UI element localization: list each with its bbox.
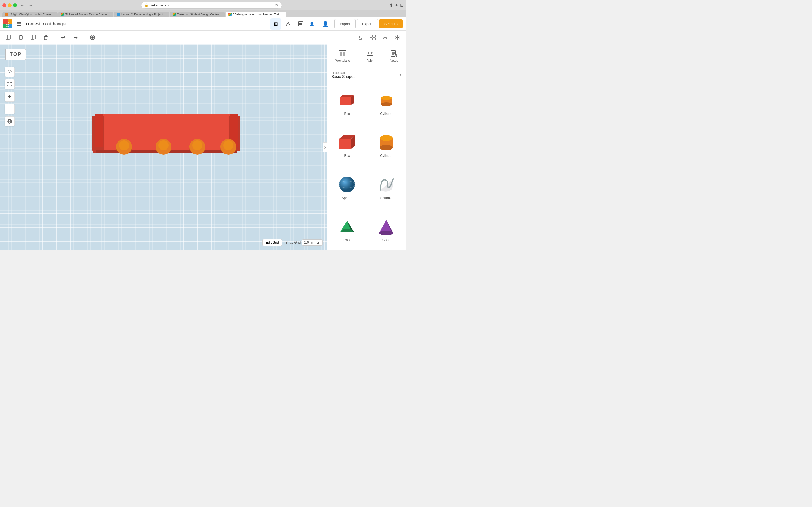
svg-rect-15 — [33, 35, 36, 39]
profile-button[interactable]: 👤 — [320, 18, 331, 30]
view-label: TOP — [5, 49, 26, 60]
svg-rect-78 — [340, 138, 351, 149]
home-view-button[interactable] — [4, 67, 15, 77]
mirror-button[interactable] — [393, 33, 403, 43]
component-button[interactable] — [295, 18, 306, 30]
notes-icon-btn[interactable]: Notes — [386, 48, 403, 64]
svg-point-84 — [339, 177, 355, 192]
snap-value[interactable]: 1.0 mm ▲ — [302, 239, 322, 245]
svg-point-83 — [380, 145, 393, 151]
project-title: contest: coat hanger — [26, 21, 267, 26]
ruler-icon-btn[interactable]: Ruler — [361, 48, 378, 64]
tab-label-1: (S1)(In-Class)(Instruables Contest - Tin… — [10, 13, 55, 16]
coat-hanger-svg — [68, 108, 259, 170]
svg-text:KER: KER — [6, 23, 10, 25]
cylinder-small-svg — [378, 95, 395, 106]
sidebar-button[interactable]: ⊡ — [400, 3, 404, 8]
shape-sphere[interactable]: Sphere — [327, 166, 367, 209]
right-panel: Workplane Ruler — [327, 44, 406, 250]
panel-dropdown[interactable]: Tinkercad Basic Shapes ▼ — [327, 68, 406, 82]
duplicate-button[interactable] — [28, 33, 38, 43]
sendto-button[interactable]: Send To — [379, 19, 403, 28]
ungroup-button[interactable] — [368, 33, 378, 43]
tab-3[interactable]: Lesson 2: Documenting a Project : 7 Ste.… — [114, 11, 169, 17]
minimize-button[interactable] — [8, 3, 11, 7]
tinkercad-logo[interactable]: TIN KER CAD — [3, 19, 12, 29]
perspective-button[interactable] — [4, 116, 15, 126]
redo-button[interactable]: ↪ — [70, 33, 80, 43]
shape-tool-icon — [285, 21, 291, 27]
edit-grid-button[interactable]: Edit Grid — [262, 239, 282, 246]
close-button[interactable] — [2, 3, 6, 7]
delete-button[interactable] — [41, 33, 51, 43]
svg-rect-18 — [45, 36, 47, 36]
svg-point-53 — [192, 140, 202, 151]
svg-marker-74 — [351, 95, 354, 105]
snap-value-text: 1.0 mm — [304, 240, 315, 244]
main-area: TOP + − — [0, 44, 406, 250]
toolbar: ↩ ↪ — [0, 31, 406, 44]
forward-button[interactable]: → — [28, 3, 34, 8]
svg-rect-13 — [20, 35, 22, 36]
cylinder-small-label: Cylinder — [380, 112, 393, 116]
panel-icons: Workplane Ruler — [327, 44, 406, 68]
copy-button[interactable] — [3, 33, 13, 43]
align-button[interactable] — [380, 33, 390, 43]
browser-tabs: (S1)(In-Class)(Instruables Contest - Tin… — [0, 10, 406, 17]
component-icon — [297, 21, 304, 27]
fit-view-button[interactable] — [4, 79, 15, 89]
ruler-label: Ruler — [366, 59, 373, 62]
svg-rect-26 — [373, 35, 375, 37]
shape-scribble[interactable]: Scribble — [367, 166, 406, 209]
canvas-area[interactable]: TOP + − — [0, 44, 327, 250]
cone-visual — [376, 217, 396, 236]
workplane-icon-btn[interactable]: Workplane — [331, 48, 354, 64]
zoom-in-button[interactable]: + — [4, 92, 15, 102]
address-bar[interactable]: 🔒 tinkercad.com ↻ — [141, 2, 282, 9]
coat-hanger-object[interactable] — [68, 108, 259, 170]
svg-rect-41 — [95, 114, 103, 147]
paste-button[interactable] — [16, 33, 26, 43]
target-button[interactable] — [87, 33, 98, 43]
share-button[interactable]: ⬆ — [389, 3, 393, 8]
maximize-button[interactable] — [13, 3, 17, 7]
panel-toggle[interactable]: ❯ — [322, 142, 327, 152]
refresh-icon[interactable]: ↻ — [275, 3, 278, 7]
import-button[interactable]: Import — [335, 19, 356, 29]
back-button[interactable]: ← — [19, 3, 26, 8]
export-button[interactable]: Export — [357, 19, 378, 29]
box-visual — [337, 132, 357, 152]
new-tab-button[interactable]: + — [395, 3, 398, 8]
group-button[interactable] — [355, 33, 365, 43]
svg-rect-59 — [343, 52, 345, 54]
shape-tool-button[interactable] — [283, 18, 294, 30]
shape-box[interactable]: Box — [327, 124, 367, 166]
grid-view-button[interactable]: ⊞ — [270, 18, 282, 30]
svg-point-76 — [380, 96, 392, 100]
cone-svg — [376, 217, 396, 236]
bottom-controls: Edit Grid Snap Grid 1.0 mm ▲ — [262, 239, 322, 246]
box-small-visual — [337, 91, 357, 110]
shape-roof[interactable]: Roof — [327, 209, 367, 251]
tab-1[interactable]: (S1)(In-Class)(Instruables Contest - Tin… — [2, 11, 57, 17]
tab-5[interactable]: 3D design contest: coat hanger | Tinkerc… — [225, 11, 287, 17]
shape-cone[interactable]: Cone — [367, 209, 406, 251]
mirror-icon — [395, 34, 401, 41]
shape-box-small[interactable]: Box — [327, 82, 367, 124]
tab-2[interactable]: Tinkercad Student Design Contest – Instr… — [58, 11, 113, 17]
shapes-grid: Box Cylinder — [327, 82, 406, 250]
tab-favicon-3 — [117, 13, 120, 16]
paste-icon — [18, 35, 24, 40]
hamburger-button[interactable]: ☰ — [16, 20, 22, 28]
shape-cylinder[interactable]: Cylinder — [367, 124, 406, 166]
undo-button[interactable]: ↩ — [58, 33, 68, 43]
tab-label-3: Lesson 2: Documenting a Project : 7 Ste.… — [121, 13, 166, 16]
tab-4[interactable]: Tinkercad Student Design Contest – Instr… — [170, 11, 225, 17]
tab-label-2: Tinkercad Student Design Contest – Instr… — [65, 13, 110, 16]
home-icon — [7, 69, 12, 74]
sphere-visual — [337, 175, 357, 194]
add-user-button[interactable]: 👤+ — [307, 18, 319, 30]
dropdown-arrow[interactable]: ▼ — [399, 73, 402, 77]
zoom-out-button[interactable]: − — [4, 104, 15, 114]
shape-cylinder-small[interactable]: Cylinder — [367, 82, 406, 124]
